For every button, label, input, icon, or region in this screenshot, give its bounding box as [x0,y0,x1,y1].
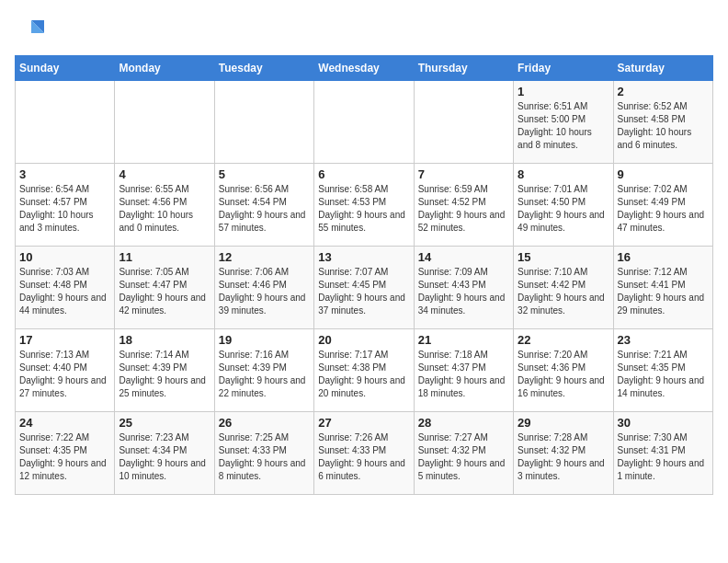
day-info: Sunrise: 7:16 AM Sunset: 4:39 PM Dayligh… [219,349,310,400]
day-info: Sunrise: 7:02 AM Sunset: 4:49 PM Dayligh… [618,183,709,235]
day-number: 7 [418,167,509,181]
day-info: Sunrise: 7:05 AM Sunset: 4:47 PM Dayligh… [119,266,210,317]
calendar-cell: 11Sunrise: 7:05 AM Sunset: 4:47 PM Dayli… [115,247,214,329]
day-info: Sunrise: 7:01 AM Sunset: 4:50 PM Dayligh… [518,183,609,235]
logo-icon [15,15,44,44]
day-number: 12 [219,250,310,264]
day-number: 13 [318,250,409,264]
day-info: Sunrise: 7:18 AM Sunset: 4:37 PM Dayligh… [418,349,509,400]
logo [15,15,48,44]
day-info: Sunrise: 7:22 AM Sunset: 4:35 PM Dayligh… [19,431,110,483]
calendar-cell: 10Sunrise: 7:03 AM Sunset: 4:48 PM Dayli… [16,247,115,329]
day-number: 6 [318,167,409,181]
day-number: 14 [418,250,509,264]
day-info: Sunrise: 7:06 AM Sunset: 4:46 PM Dayligh… [219,266,310,317]
day-number: 27 [318,416,409,430]
header-day-saturday: Saturday [613,56,712,81]
calendar-cell: 27Sunrise: 7:26 AM Sunset: 4:33 PM Dayli… [314,412,414,495]
day-info: Sunrise: 6:51 AM Sunset: 5:00 PM Dayligh… [518,100,609,152]
day-number: 19 [219,333,310,347]
calendar-cell: 21Sunrise: 7:18 AM Sunset: 4:37 PM Dayli… [414,329,513,412]
day-number: 20 [318,333,409,347]
day-number: 16 [618,250,709,264]
day-info: Sunrise: 7:13 AM Sunset: 4:40 PM Dayligh… [19,349,110,400]
day-number: 26 [219,416,310,430]
header-day-sunday: Sunday [16,56,115,81]
day-number: 24 [19,416,110,430]
header-day-thursday: Thursday [414,56,513,81]
day-number: 15 [518,250,609,264]
day-info: Sunrise: 7:27 AM Sunset: 4:32 PM Dayligh… [418,431,509,483]
calendar-cell: 25Sunrise: 7:23 AM Sunset: 4:34 PM Dayli… [115,412,214,495]
calendar-cell: 1Sunrise: 6:51 AM Sunset: 5:00 PM Daylig… [514,81,613,164]
day-info: Sunrise: 7:03 AM Sunset: 4:48 PM Dayligh… [19,266,110,317]
day-number: 2 [618,85,709,98]
calendar-cell [214,81,313,164]
week-row-2: 10Sunrise: 7:03 AM Sunset: 4:48 PM Dayli… [16,247,713,329]
day-info: Sunrise: 7:12 AM Sunset: 4:41 PM Dayligh… [618,266,709,317]
calendar-cell [16,81,115,164]
calendar-cell: 22Sunrise: 7:20 AM Sunset: 4:36 PM Dayli… [514,329,613,412]
header-day-friday: Friday [514,56,613,81]
day-info: Sunrise: 7:10 AM Sunset: 4:42 PM Dayligh… [518,266,609,317]
day-info: Sunrise: 6:55 AM Sunset: 4:56 PM Dayligh… [119,183,210,235]
day-number: 8 [518,167,609,181]
calendar-cell: 17Sunrise: 7:13 AM Sunset: 4:40 PM Dayli… [16,329,115,412]
day-number: 17 [19,333,110,347]
day-number: 28 [418,416,509,430]
calendar-cell: 3Sunrise: 6:54 AM Sunset: 4:57 PM Daylig… [16,164,115,247]
calendar-cell: 2Sunrise: 6:52 AM Sunset: 4:58 PM Daylig… [613,81,712,164]
day-info: Sunrise: 7:07 AM Sunset: 4:45 PM Dayligh… [318,266,409,317]
calendar-cell: 4Sunrise: 6:55 AM Sunset: 4:56 PM Daylig… [115,164,214,247]
day-info: Sunrise: 7:28 AM Sunset: 4:32 PM Dayligh… [518,431,609,483]
page-header [15,15,713,44]
calendar-cell: 30Sunrise: 7:30 AM Sunset: 4:31 PM Dayli… [613,412,712,495]
calendar-table: SundayMondayTuesdayWednesdayThursdayFrid… [15,55,713,495]
day-number: 3 [19,167,110,181]
calendar-cell: 8Sunrise: 7:01 AM Sunset: 4:50 PM Daylig… [514,164,613,247]
week-row-0: 1Sunrise: 6:51 AM Sunset: 5:00 PM Daylig… [16,81,713,164]
calendar-cell: 9Sunrise: 7:02 AM Sunset: 4:49 PM Daylig… [613,164,712,247]
calendar-cell: 20Sunrise: 7:17 AM Sunset: 4:38 PM Dayli… [314,329,414,412]
calendar-cell [414,81,513,164]
header-day-wednesday: Wednesday [314,56,414,81]
day-info: Sunrise: 6:54 AM Sunset: 4:57 PM Dayligh… [19,183,110,235]
day-number: 30 [618,416,709,430]
day-number: 11 [119,250,210,264]
day-info: Sunrise: 7:30 AM Sunset: 4:31 PM Dayligh… [618,431,709,483]
day-info: Sunrise: 7:26 AM Sunset: 4:33 PM Dayligh… [318,431,409,483]
day-number: 22 [518,333,609,347]
calendar-cell: 19Sunrise: 7:16 AM Sunset: 4:39 PM Dayli… [214,329,313,412]
day-info: Sunrise: 7:17 AM Sunset: 4:38 PM Dayligh… [318,349,409,400]
day-info: Sunrise: 7:14 AM Sunset: 4:39 PM Dayligh… [119,349,210,400]
header-day-tuesday: Tuesday [214,56,313,81]
week-row-1: 3Sunrise: 6:54 AM Sunset: 4:57 PM Daylig… [16,164,713,247]
calendar-cell: 12Sunrise: 7:06 AM Sunset: 4:46 PM Dayli… [214,247,313,329]
header-row: SundayMondayTuesdayWednesdayThursdayFrid… [16,56,713,81]
day-info: Sunrise: 6:56 AM Sunset: 4:54 PM Dayligh… [219,183,310,235]
calendar-body: 1Sunrise: 6:51 AM Sunset: 5:00 PM Daylig… [16,81,713,495]
calendar-cell: 23Sunrise: 7:21 AM Sunset: 4:35 PM Dayli… [613,329,712,412]
day-info: Sunrise: 7:20 AM Sunset: 4:36 PM Dayligh… [518,349,609,400]
calendar-cell: 15Sunrise: 7:10 AM Sunset: 4:42 PM Dayli… [514,247,613,329]
calendar-header: SundayMondayTuesdayWednesdayThursdayFrid… [16,56,713,81]
day-number: 23 [618,333,709,347]
day-number: 1 [518,85,609,98]
calendar-cell: 5Sunrise: 6:56 AM Sunset: 4:54 PM Daylig… [214,164,313,247]
calendar-cell [115,81,214,164]
calendar-cell: 14Sunrise: 7:09 AM Sunset: 4:43 PM Dayli… [414,247,513,329]
day-info: Sunrise: 7:23 AM Sunset: 4:34 PM Dayligh… [119,431,210,483]
calendar-cell: 6Sunrise: 6:58 AM Sunset: 4:53 PM Daylig… [314,164,414,247]
day-info: Sunrise: 7:25 AM Sunset: 4:33 PM Dayligh… [219,431,310,483]
calendar-cell: 28Sunrise: 7:27 AM Sunset: 4:32 PM Dayli… [414,412,513,495]
day-number: 29 [518,416,609,430]
day-number: 10 [19,250,110,264]
day-info: Sunrise: 6:59 AM Sunset: 4:52 PM Dayligh… [418,183,509,235]
day-info: Sunrise: 6:58 AM Sunset: 4:53 PM Dayligh… [318,183,409,235]
calendar-cell: 16Sunrise: 7:12 AM Sunset: 4:41 PM Dayli… [613,247,712,329]
header-day-monday: Monday [115,56,214,81]
day-info: Sunrise: 6:52 AM Sunset: 4:58 PM Dayligh… [618,100,709,152]
day-number: 18 [119,333,210,347]
week-row-3: 17Sunrise: 7:13 AM Sunset: 4:40 PM Dayli… [16,329,713,412]
day-number: 21 [418,333,509,347]
